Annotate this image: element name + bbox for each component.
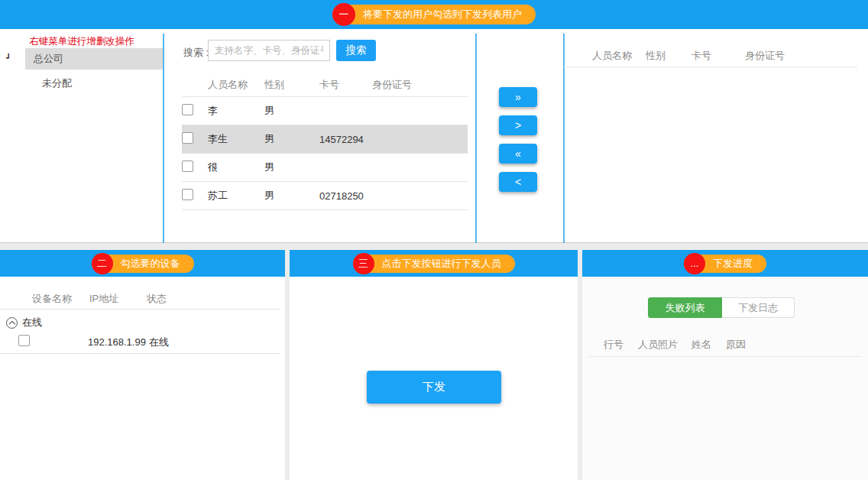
col-device-name: 设备名称 [32, 292, 89, 306]
row-checkbox[interactable] [182, 104, 193, 115]
cell-name: 李 [208, 104, 264, 118]
cell-gender: 男 [264, 104, 319, 118]
step3-badge: 三 点击下发按钮进行下发人员 [353, 255, 515, 273]
tab-send-log[interactable]: 下发日志 [722, 297, 795, 318]
collapse-group-icon[interactable] [6, 317, 18, 329]
device-table-header: 设备名称 IP地址 状态 [0, 288, 280, 310]
table-row[interactable]: 很 男 [182, 154, 468, 182]
step2-number-icon: 二 [92, 253, 113, 274]
move-right-button[interactable]: > [499, 115, 537, 135]
step3-section: 三 点击下发按钮进行下发人员 下发 [290, 250, 578, 480]
table-row[interactable]: 192.168.1.99 在线 [0, 331, 280, 354]
col-id-no: 身份证号 [745, 49, 857, 63]
device-group-online[interactable]: 在线 [6, 314, 42, 331]
progress-tabs: 失败列表 下发日志 [648, 297, 795, 318]
row-checkbox[interactable] [182, 132, 193, 144]
step3-instruction: 点击下发按钮进行下发人员 [374, 257, 515, 271]
search-button[interactable]: 搜索 [336, 40, 376, 61]
col-card-no: 卡号 [691, 49, 745, 63]
move-left-button[interactable]: < [499, 172, 537, 192]
table-row[interactable]: 李生 男 14572294 [182, 125, 468, 154]
col-status: 状态 [147, 292, 280, 306]
table-row[interactable]: 李 男 [182, 97, 468, 125]
col-gender: 性别 [264, 78, 319, 92]
col-person-name: 人员名称 [592, 49, 646, 63]
tree-node-company[interactable]: ┛ 总公司 [0, 48, 164, 70]
step4-section: ... 下发进度 失败列表 下发日志 行号 人员照片 姓名 原因 [582, 250, 868, 480]
step3-header-bar: 三 点击下发按钮进行下发人员 [290, 250, 578, 277]
move-all-right-button[interactable]: » [499, 87, 537, 107]
cell-name: 很 [208, 161, 264, 174]
step1-instruction: 将要下发的用户勾选到下发列表用户 [355, 8, 536, 21]
cell-gender: 男 [264, 189, 319, 203]
col-ip-address: IP地址 [89, 292, 147, 306]
tree-node-company-label[interactable]: 总公司 [25, 48, 163, 70]
source-person-table: 人员名称 性别 卡号 身份证号 李 男 李生 男 14572294 很 男 [182, 73, 468, 210]
cell-status: 在线 [149, 336, 280, 349]
source-table-header: 人员名称 性别 卡号 身份证号 [182, 73, 468, 97]
divider-source-transfer [475, 34, 477, 243]
col-id-no: 身份证号 [372, 78, 468, 92]
cell-card: 14572294 [319, 134, 372, 145]
target-table-header: 人员名称 性别 卡号 身份证号 [564, 44, 857, 67]
col-person-name: 人员名称 [208, 78, 264, 92]
step4-header-bar: ... 下发进度 [582, 250, 868, 277]
tree-hint-text: 右键菜单进行增删改操作 [0, 35, 164, 48]
col-person-photo: 人员照片 [638, 338, 691, 352]
step2-badge: 二 勾选要的设备 [92, 255, 194, 273]
step1-badge: 一 将要下发的用户勾选到下发列表用户 [332, 5, 536, 24]
send-button[interactable]: 下发 [367, 371, 501, 404]
row-checkbox[interactable] [182, 189, 193, 200]
step3-number-icon: 三 [353, 253, 374, 274]
step4-number-icon: ... [684, 253, 705, 274]
search-label: 搜索 : [183, 46, 209, 60]
step2-section: 二 勾选要的设备 设备名称 IP地址 状态 在线 192.168.1.99 在线 [0, 250, 285, 480]
device-group-label: 在线 [22, 316, 42, 329]
move-all-left-button[interactable]: « [499, 144, 537, 164]
result-table-header: 行号 人员照片 姓名 原因 [588, 332, 862, 357]
col-name: 姓名 [691, 338, 726, 352]
device-checkbox[interactable] [18, 335, 30, 346]
step1-number-icon: 一 [332, 3, 355, 26]
cell-ip: 192.168.1.99 [88, 336, 149, 348]
tree-expander-icon[interactable]: ┛ [6, 54, 11, 62]
tree-node-unassigned[interactable]: 未分配 [42, 76, 72, 90]
cell-name: 李生 [208, 132, 264, 146]
cell-card: 02718250 [319, 190, 372, 202]
cell-name: 苏工 [208, 189, 264, 203]
col-row-no: 行号 [604, 338, 638, 352]
step1-section: 一 将要下发的用户勾选到下发列表用户 右键菜单进行增删改操作 ┛ 总公司 未分配… [0, 0, 868, 243]
step4-badge: ... 下发进度 [684, 255, 766, 273]
step2-header-bar: 二 勾选要的设备 [0, 250, 285, 277]
tab-fail-list[interactable]: 失败列表 [648, 297, 722, 318]
step2-instruction: 勾选要的设备 [113, 257, 194, 271]
col-gender: 性别 [646, 49, 691, 63]
table-row[interactable]: 苏工 男 02718250 [182, 182, 468, 210]
col-card-no: 卡号 [319, 78, 372, 92]
target-person-table: 人员名称 性别 卡号 身份证号 [564, 44, 857, 67]
step4-instruction: 下发进度 [705, 257, 766, 271]
step1-header-bar: 一 将要下发的用户勾选到下发列表用户 [0, 0, 868, 29]
cell-gender: 男 [264, 161, 319, 174]
divider-tree-source [163, 34, 164, 243]
row-checkbox[interactable] [182, 161, 193, 172]
col-reason: 原因 [726, 338, 862, 352]
cell-gender: 男 [264, 132, 319, 146]
search-input[interactable] [208, 40, 330, 61]
